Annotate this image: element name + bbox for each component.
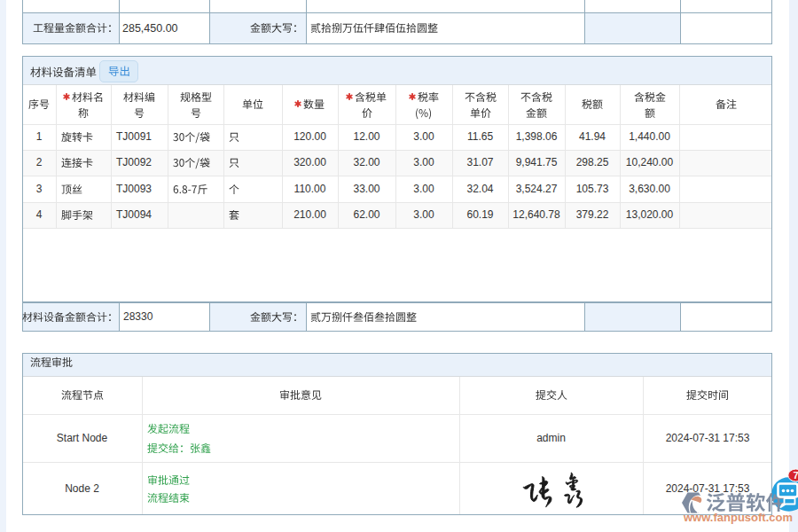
svg-text:7: 7: [794, 470, 798, 481]
